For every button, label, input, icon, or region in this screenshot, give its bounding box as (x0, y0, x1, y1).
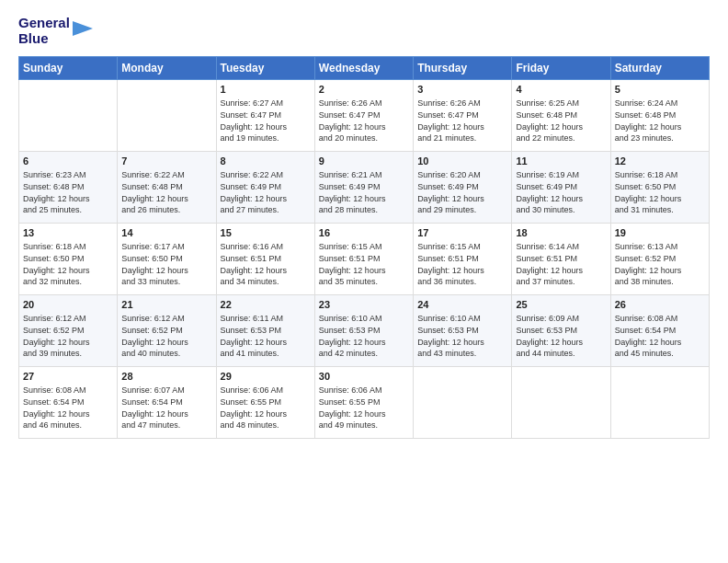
logo: General Blue (18, 15, 93, 47)
calendar-cell: 6Sunrise: 6:23 AMSunset: 6:48 PMDaylight… (19, 151, 118, 223)
day-info: Sunrise: 6:14 AMSunset: 6:51 PMDaylight:… (516, 241, 606, 287)
calendar-cell: 19Sunrise: 6:13 AMSunset: 6:52 PMDayligh… (610, 223, 709, 294)
day-info: Sunrise: 6:17 AMSunset: 6:50 PMDaylight:… (121, 241, 211, 287)
calendar-cell: 25Sunrise: 6:09 AMSunset: 6:53 PMDayligh… (512, 294, 610, 366)
calendar-cell: 18Sunrise: 6:14 AMSunset: 6:51 PMDayligh… (512, 223, 610, 294)
day-number: 17 (417, 226, 507, 240)
day-info: Sunrise: 6:19 AMSunset: 6:49 PMDaylight:… (516, 169, 606, 215)
day-info: Sunrise: 6:22 AMSunset: 6:48 PMDaylight:… (121, 169, 211, 215)
calendar-cell: 7Sunrise: 6:22 AMSunset: 6:48 PMDaylight… (118, 151, 216, 223)
day-info: Sunrise: 6:23 AMSunset: 6:48 PMDaylight:… (23, 169, 113, 215)
calendar-cell: 23Sunrise: 6:10 AMSunset: 6:53 PMDayligh… (314, 294, 413, 366)
day-info: Sunrise: 6:26 AMSunset: 6:47 PMDaylight:… (319, 98, 409, 144)
day-info: Sunrise: 6:10 AMSunset: 6:53 PMDaylight:… (417, 313, 507, 359)
day-number: 2 (319, 83, 409, 97)
day-info: Sunrise: 6:09 AMSunset: 6:53 PMDaylight:… (516, 313, 606, 359)
day-number: 30 (319, 370, 409, 384)
calendar-cell (610, 366, 709, 438)
day-number: 8 (221, 155, 311, 168)
col-header-sunday: Sunday (19, 56, 118, 79)
day-info: Sunrise: 6:27 AMSunset: 6:47 PMDaylight:… (221, 98, 311, 144)
day-number: 1 (221, 83, 311, 97)
calendar-cell: 22Sunrise: 6:11 AMSunset: 6:53 PMDayligh… (216, 294, 314, 366)
calendar-cell (19, 79, 118, 151)
calendar-cell: 21Sunrise: 6:12 AMSunset: 6:52 PMDayligh… (118, 294, 216, 366)
col-header-wednesday: Wednesday (314, 56, 413, 79)
calendar-cell: 3Sunrise: 6:26 AMSunset: 6:47 PMDaylight… (414, 79, 512, 151)
svg-marker-0 (73, 21, 93, 36)
calendar-cell (414, 366, 512, 438)
calendar-cell: 5Sunrise: 6:24 AMSunset: 6:48 PMDaylight… (610, 79, 709, 151)
calendar-cell: 12Sunrise: 6:18 AMSunset: 6:50 PMDayligh… (610, 151, 709, 223)
day-number: 13 (23, 226, 113, 240)
calendar-cell: 26Sunrise: 6:08 AMSunset: 6:54 PMDayligh… (610, 294, 709, 366)
day-info: Sunrise: 6:21 AMSunset: 6:49 PMDaylight:… (319, 169, 409, 215)
day-info: Sunrise: 6:16 AMSunset: 6:51 PMDaylight:… (221, 241, 311, 287)
calendar-week-row: 27Sunrise: 6:08 AMSunset: 6:54 PMDayligh… (19, 366, 710, 438)
day-number: 9 (319, 155, 409, 168)
day-info: Sunrise: 6:18 AMSunset: 6:50 PMDaylight:… (615, 169, 705, 215)
day-info: Sunrise: 6:08 AMSunset: 6:54 PMDaylight:… (23, 385, 113, 431)
day-info: Sunrise: 6:15 AMSunset: 6:51 PMDaylight:… (417, 241, 507, 287)
calendar-cell: 29Sunrise: 6:06 AMSunset: 6:55 PMDayligh… (216, 366, 314, 438)
calendar-cell (118, 79, 216, 151)
calendar-cell: 13Sunrise: 6:18 AMSunset: 6:50 PMDayligh… (19, 223, 118, 294)
calendar-week-row: 20Sunrise: 6:12 AMSunset: 6:52 PMDayligh… (19, 294, 710, 366)
day-number: 11 (516, 155, 606, 168)
day-number: 24 (417, 298, 507, 312)
day-number: 15 (221, 226, 311, 240)
day-number: 28 (121, 370, 211, 384)
calendar-cell: 4Sunrise: 6:25 AMSunset: 6:48 PMDaylight… (512, 79, 610, 151)
day-number: 29 (221, 370, 311, 384)
calendar-cell: 30Sunrise: 6:06 AMSunset: 6:55 PMDayligh… (314, 366, 413, 438)
day-info: Sunrise: 6:12 AMSunset: 6:52 PMDaylight:… (121, 313, 211, 359)
day-info: Sunrise: 6:11 AMSunset: 6:53 PMDaylight:… (221, 313, 311, 359)
calendar-cell (512, 366, 610, 438)
day-number: 4 (516, 83, 606, 97)
day-number: 21 (121, 298, 211, 312)
header: General Blue (18, 15, 710, 47)
day-info: Sunrise: 6:06 AMSunset: 6:55 PMDaylight:… (319, 385, 409, 431)
calendar: SundayMondayTuesdayWednesdayThursdayFrid… (18, 56, 710, 439)
day-info: Sunrise: 6:13 AMSunset: 6:52 PMDaylight:… (615, 241, 705, 287)
day-number: 10 (417, 155, 507, 168)
calendar-week-row: 1Sunrise: 6:27 AMSunset: 6:47 PMDaylight… (19, 79, 710, 151)
calendar-cell: 2Sunrise: 6:26 AMSunset: 6:47 PMDaylight… (314, 79, 413, 151)
calendar-cell: 11Sunrise: 6:19 AMSunset: 6:49 PMDayligh… (512, 151, 610, 223)
day-info: Sunrise: 6:22 AMSunset: 6:49 PMDaylight:… (221, 169, 311, 215)
calendar-cell: 20Sunrise: 6:12 AMSunset: 6:52 PMDayligh… (19, 294, 118, 366)
day-number: 26 (615, 298, 705, 312)
calendar-week-row: 13Sunrise: 6:18 AMSunset: 6:50 PMDayligh… (19, 223, 710, 294)
day-number: 14 (121, 226, 211, 240)
calendar-cell: 8Sunrise: 6:22 AMSunset: 6:49 PMDaylight… (216, 151, 314, 223)
calendar-cell: 28Sunrise: 6:07 AMSunset: 6:54 PMDayligh… (118, 366, 216, 438)
day-info: Sunrise: 6:12 AMSunset: 6:52 PMDaylight:… (23, 313, 113, 359)
col-header-tuesday: Tuesday (216, 56, 314, 79)
calendar-cell: 1Sunrise: 6:27 AMSunset: 6:47 PMDaylight… (216, 79, 314, 151)
day-info: Sunrise: 6:10 AMSunset: 6:53 PMDaylight:… (319, 313, 409, 359)
day-number: 18 (516, 226, 606, 240)
day-number: 5 (615, 83, 705, 97)
day-info: Sunrise: 6:06 AMSunset: 6:55 PMDaylight:… (221, 385, 311, 431)
day-number: 25 (516, 298, 606, 312)
day-number: 23 (319, 298, 409, 312)
day-info: Sunrise: 6:24 AMSunset: 6:48 PMDaylight:… (615, 98, 705, 144)
day-number: 7 (121, 155, 211, 168)
day-number: 6 (23, 155, 113, 168)
day-info: Sunrise: 6:08 AMSunset: 6:54 PMDaylight:… (615, 313, 705, 359)
col-header-monday: Monday (118, 56, 216, 79)
col-header-saturday: Saturday (610, 56, 709, 79)
calendar-header-row: SundayMondayTuesdayWednesdayThursdayFrid… (19, 56, 710, 79)
day-number: 3 (417, 83, 507, 97)
calendar-cell: 24Sunrise: 6:10 AMSunset: 6:53 PMDayligh… (414, 294, 512, 366)
day-number: 22 (221, 298, 311, 312)
day-number: 16 (319, 226, 409, 240)
page: General Blue SundayMondayTuesdayWednesda… (0, 0, 728, 563)
calendar-cell: 9Sunrise: 6:21 AMSunset: 6:49 PMDaylight… (314, 151, 413, 223)
calendar-cell: 16Sunrise: 6:15 AMSunset: 6:51 PMDayligh… (314, 223, 413, 294)
day-number: 20 (23, 298, 113, 312)
calendar-cell: 27Sunrise: 6:08 AMSunset: 6:54 PMDayligh… (19, 366, 118, 438)
calendar-week-row: 6Sunrise: 6:23 AMSunset: 6:48 PMDaylight… (19, 151, 710, 223)
day-number: 27 (23, 370, 113, 384)
logo-line2: Blue (18, 30, 70, 46)
